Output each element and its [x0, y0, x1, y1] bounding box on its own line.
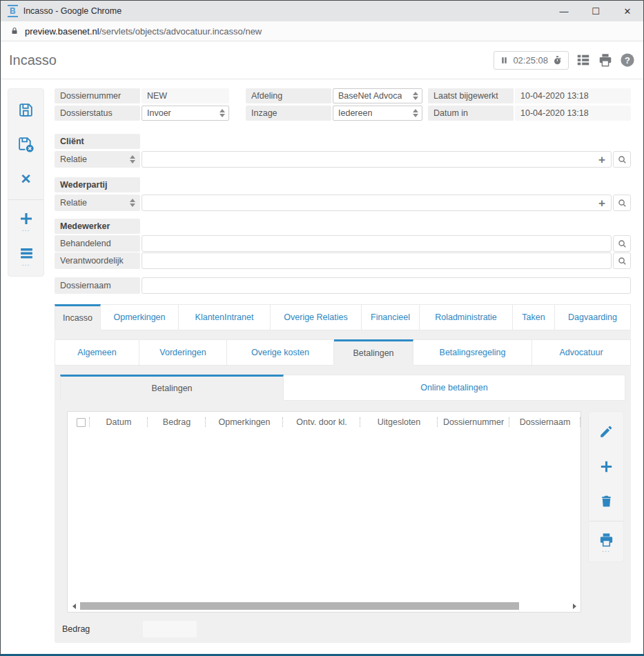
tab-betalingsregeling[interactable]: Betalingsregeling — [413, 339, 532, 366]
dossiernummer-label: Dossiernummer — [55, 88, 140, 103]
afdeling-select[interactable]: BaseNet Advoca — [333, 88, 422, 103]
verantwoordelijk-search-button[interactable] — [613, 252, 631, 269]
tab-online-betalingen[interactable]: Online betalingen — [284, 375, 625, 401]
behandelend-row: Behandelend — [55, 235, 631, 252]
column-header-opmerkingen[interactable]: Opmerkingen — [206, 417, 283, 427]
afdeling-label: Afdeling — [246, 88, 331, 103]
tab-betalingen-inner[interactable]: Betalingen — [60, 375, 284, 401]
laatst-bijgewerkt-value: 10-04-2020 13:18 — [515, 88, 631, 103]
spinner-arrows-icon — [219, 109, 226, 117]
bedrag-value-field[interactable] — [143, 621, 197, 637]
tab-incasso[interactable]: Incasso — [55, 304, 101, 330]
client-add-relation-icon[interactable]: + — [598, 154, 605, 166]
header-toolbar: 02:25:08 ? — [494, 51, 635, 70]
wederpartij-relatie-input[interactable]: + — [142, 195, 612, 211]
dossiernaam-row: Dossiernaam — [55, 277, 631, 294]
tab-vorderingen[interactable]: Vorderingen — [139, 339, 227, 366]
client-section-header: Cliënt — [55, 134, 140, 149]
save-icon — [17, 101, 35, 119]
wederpartij-search-button[interactable] — [613, 195, 631, 211]
cancel-x-icon: ✕ — [21, 171, 32, 187]
column-header-bedrag[interactable]: Bedrag — [148, 417, 206, 427]
client-relatie-input[interactable]: + — [142, 151, 612, 168]
print-table-button[interactable]: ... — [589, 524, 623, 559]
browser-window: B Incasso - Google Chrome — ☐ ✕ preview.… — [0, 0, 644, 656]
column-header-dossiernummer[interactable]: Dossiernummer — [438, 417, 509, 427]
scrollbar-track[interactable] — [80, 602, 568, 610]
betalingen-tab-panel: Betalingen Online betalingen Datum Bedra… — [55, 366, 631, 637]
list-view-icon[interactable] — [576, 52, 591, 68]
payments-table-area: Datum Bedrag Opmerkingen Ontv. door kl. … — [67, 411, 625, 613]
timer-widget[interactable]: 02:25:08 — [494, 51, 569, 70]
table-body-empty — [68, 433, 580, 602]
print-icon[interactable] — [598, 52, 613, 68]
stopwatch-icon[interactable] — [552, 55, 563, 66]
scroll-right-arrow[interactable] — [570, 604, 578, 609]
select-all-checkbox[interactable] — [77, 418, 86, 427]
tab-advocatuur[interactable]: Advocatuur — [532, 339, 631, 366]
dossier-field-grid: Dossiernummer NEW Dossierstatus Invoer A… — [55, 88, 631, 123]
tab-opmerkingen[interactable]: Opmerkingen — [101, 304, 179, 330]
inzage-select[interactable]: Iedereen — [333, 106, 422, 121]
dossiernaam-input[interactable] — [142, 277, 631, 294]
client-search-button[interactable] — [613, 151, 631, 168]
url-text[interactable]: preview.basenet.nl/servlets/objects/advo… — [25, 26, 262, 37]
column-header-dossiernaam[interactable]: Dossiernaam — [509, 417, 580, 427]
tab-roladministratie[interactable]: Roladministratie — [420, 304, 513, 330]
horizontal-scrollbar[interactable] — [68, 602, 580, 612]
maximize-button[interactable]: ☐ — [580, 1, 612, 21]
wederpartij-relatie-row: Relatie + — [55, 195, 631, 211]
add-payment-button[interactable] — [589, 449, 623, 484]
cancel-button[interactable]: ✕ — [8, 161, 43, 196]
svg-text:?: ? — [625, 55, 630, 66]
incasso-tab-panel: Algemeen Vorderingen Overige kosten Beta… — [55, 330, 631, 643]
tab-overige-relaties[interactable]: Overige Relaties — [271, 304, 362, 330]
pause-icon[interactable] — [500, 56, 509, 65]
wederpartij-add-relation-icon[interactable]: + — [598, 197, 605, 209]
dossierstatus-value: Invoer — [147, 108, 171, 118]
url-domain: preview.basenet.nl — [25, 26, 99, 37]
close-window-button[interactable]: ✕ — [612, 1, 643, 21]
edit-payment-button[interactable] — [589, 415, 623, 449]
scroll-left-arrow[interactable] — [70, 604, 78, 609]
menu-button[interactable]: ... — [8, 238, 43, 272]
tab-algemeen[interactable]: Algemeen — [55, 339, 139, 366]
column-header-uitgesloten[interactable]: Uitgesloten — [360, 417, 438, 427]
print-more-dots: ... — [602, 548, 610, 552]
medewerker-section-header: Medewerker — [55, 219, 140, 234]
column-header-ontv-door-kl[interactable]: Ontv. door kl. — [283, 417, 360, 427]
inzage-label: Inzage — [246, 106, 331, 121]
behandelend-input[interactable] — [142, 235, 612, 252]
url-bar[interactable]: preview.basenet.nl/servlets/objects/advo… — [1, 21, 643, 41]
window-title: Incasso - Google Chrome — [23, 6, 121, 16]
behandelend-label: Behandelend — [55, 235, 140, 252]
minimize-button[interactable]: — — [548, 1, 580, 21]
tab-financieel[interactable]: Financieel — [362, 304, 420, 330]
client-relatie-label: Relatie — [60, 155, 87, 164]
title-bar: B Incasso - Google Chrome — ☐ ✕ — [1, 1, 643, 21]
spinner-arrows-icon — [129, 199, 136, 207]
dossierstatus-select[interactable]: Invoer — [142, 106, 229, 121]
behandelend-search-button[interactable] — [613, 235, 631, 252]
scrollbar-thumb[interactable] — [80, 602, 519, 610]
tab-overige-kosten[interactable]: Overige kosten — [227, 339, 334, 366]
url-path: /servlets/objects/advocatuur.incasso/new — [99, 26, 262, 37]
tab-taken[interactable]: Taken — [513, 304, 555, 330]
wederpartij-relatie-select[interactable]: Relatie — [55, 195, 140, 211]
save-and-close-button[interactable] — [8, 127, 43, 161]
verantwoordelijk-input[interactable] — [142, 252, 612, 269]
help-icon[interactable]: ? — [620, 52, 635, 68]
bedrag-label: Bedrag — [62, 624, 143, 634]
tab-betalingen[interactable]: Betalingen — [334, 339, 413, 366]
save-button[interactable] — [8, 92, 43, 127]
tab-klantenintranet[interactable]: KlantenIntranet — [179, 304, 271, 330]
wederpartij-relatie-label: Relatie — [60, 198, 87, 208]
tab-dagvaarding[interactable]: Dagvaarding — [555, 304, 631, 330]
column-header-datum[interactable]: Datum — [90, 417, 148, 427]
save-close-icon — [17, 135, 35, 154]
sub-tab-bar: Algemeen Vorderingen Overige kosten Beta… — [55, 339, 631, 366]
add-record-button[interactable]: ... — [8, 203, 43, 238]
client-relatie-select[interactable]: Relatie — [55, 151, 140, 168]
bedrag-row: Bedrag — [62, 621, 625, 637]
delete-payment-button[interactable] — [589, 484, 623, 518]
